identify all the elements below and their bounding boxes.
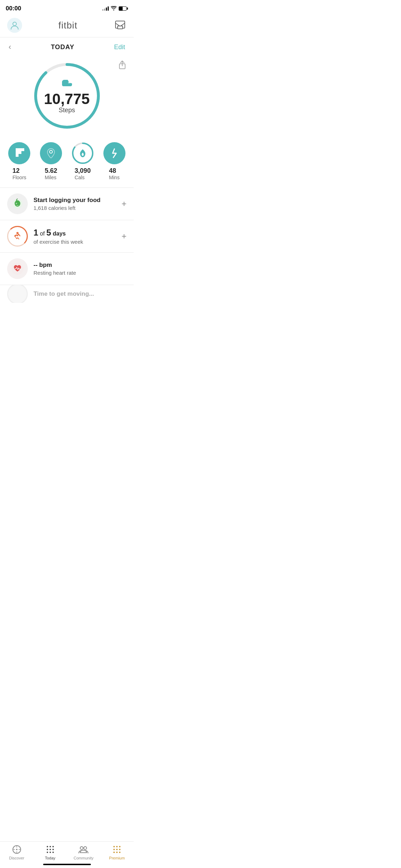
food-list-item[interactable]: Start logging your food 1,618 calories l… xyxy=(0,188,134,220)
signal-icon xyxy=(102,6,109,11)
battery-icon xyxy=(119,6,128,11)
stat-cals[interactable]: 3,090 Cals xyxy=(67,142,99,180)
inbox-button[interactable] xyxy=(114,19,127,32)
partial-icon xyxy=(7,285,28,303)
svg-point-18 xyxy=(16,232,19,234)
page-title: TODAY xyxy=(51,43,74,51)
exercise-add-button[interactable]: + xyxy=(122,231,127,241)
steps-count: 10,775 xyxy=(44,92,89,107)
food-add-button[interactable]: + xyxy=(122,199,127,209)
exercise-icon xyxy=(7,226,28,247)
stat-miles[interactable]: 5.62 Miles xyxy=(35,142,67,180)
exercise-title: 1 of 5 days xyxy=(34,228,116,238)
wifi-icon xyxy=(111,6,117,11)
app-title: fitbit xyxy=(58,20,78,31)
food-content: Start logging your food 1,618 calories l… xyxy=(34,197,116,211)
svg-point-6 xyxy=(68,82,70,83)
cals-icon-circle xyxy=(72,142,94,164)
svg-rect-7 xyxy=(16,154,19,157)
food-subtitle: 1,618 calories left xyxy=(34,205,116,211)
svg-rect-17 xyxy=(16,205,19,206)
heartrate-icon xyxy=(7,258,28,279)
avatar-button[interactable] xyxy=(7,18,22,33)
exercise-subtitle: of exercise this week xyxy=(34,239,116,245)
svg-point-16 xyxy=(16,203,17,204)
steps-info: 10,775 Steps xyxy=(44,78,89,114)
svg-rect-8 xyxy=(16,151,21,154)
floors-value: 12 Floors xyxy=(12,167,26,180)
heartrate-subtitle: Resting heart rate xyxy=(34,270,127,276)
steps-section: 10,775 Steps xyxy=(0,57,134,139)
partial-list-item: Time to get moving... xyxy=(0,285,134,303)
stat-floors[interactable]: 12 Floors xyxy=(4,142,35,180)
back-button[interactable]: ‹ xyxy=(9,42,11,52)
miles-icon-circle xyxy=(40,142,62,164)
heartrate-title: -- bpm xyxy=(34,262,127,269)
stat-mins[interactable]: 48 Mins xyxy=(98,142,130,180)
svg-point-0 xyxy=(13,22,16,26)
cals-value: 3,090 Cals xyxy=(74,167,91,180)
svg-point-11 xyxy=(50,151,52,153)
share-button[interactable] xyxy=(118,60,127,72)
list-section: Start logging your food 1,618 calories l… xyxy=(0,188,134,303)
food-title: Start logging your food xyxy=(34,197,116,204)
miles-value: 5.62 Miles xyxy=(45,167,57,180)
status-icons xyxy=(102,6,128,11)
mins-value: 48 Mins xyxy=(109,167,120,180)
exercise-list-item[interactable]: 1 of 5 days of exercise this week + xyxy=(0,220,134,253)
shoe-icon xyxy=(61,78,73,90)
status-time: 00:00 xyxy=(6,5,21,12)
nav-bar: ‹ TODAY Edit xyxy=(0,37,134,57)
heartrate-list-item[interactable]: -- bpm Resting heart rate xyxy=(0,253,134,285)
steps-label: Steps xyxy=(58,107,75,114)
svg-rect-2 xyxy=(118,26,123,29)
steps-circle[interactable]: 10,775 Steps xyxy=(31,60,103,131)
heartrate-content: -- bpm Resting heart rate xyxy=(34,262,127,276)
exercise-content: 1 of 5 days of exercise this week xyxy=(34,228,116,245)
mins-icon-circle xyxy=(103,142,125,164)
floors-icon-circle xyxy=(8,142,30,164)
stats-row: 12 Floors 5.62 Miles xyxy=(0,139,134,187)
food-icon xyxy=(7,193,28,214)
edit-button[interactable]: Edit xyxy=(114,43,125,51)
partial-title: Time to get moving... xyxy=(34,290,94,298)
status-bar: 00:00 xyxy=(0,0,134,15)
app-header: fitbit xyxy=(0,15,134,37)
svg-rect-9 xyxy=(16,148,24,151)
